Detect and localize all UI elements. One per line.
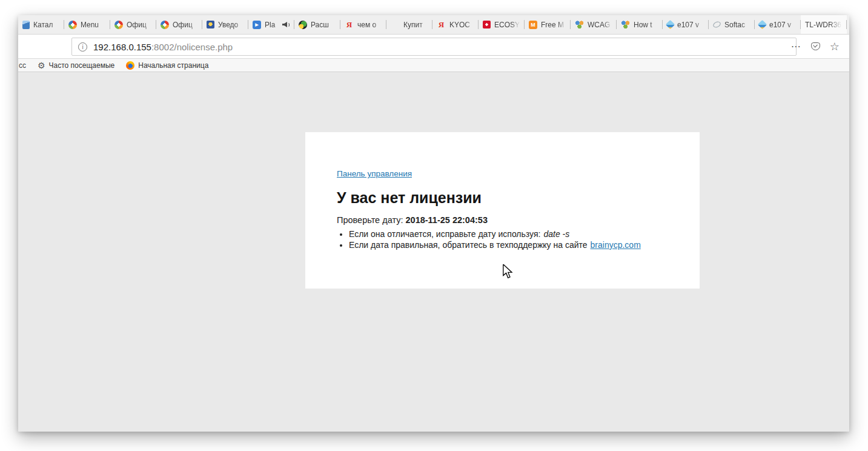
joomla-favicon-icon: [68, 21, 77, 29]
e107-favicon-icon: [666, 20, 675, 30]
tab-title: чем о: [357, 21, 382, 29]
audio-speaker-icon[interactable]: [282, 21, 290, 28]
browser-tab[interactable]: ▶ Pla: [248, 15, 294, 34]
tab-title: Free M: [541, 21, 566, 29]
bookmark-label: Начальная страница: [138, 61, 208, 70]
brainycp-link[interactable]: brainycp.com: [591, 240, 641, 250]
navigation-toolbar: 192.168.0.155:8002/nolicense.php ⋯ ☆: [18, 35, 849, 58]
tab-title: WCAG: [588, 21, 612, 29]
page-actions-icon[interactable]: ⋯: [791, 42, 801, 52]
badge-favicon-icon: [207, 21, 214, 28]
control-panel-link[interactable]: Панель управления: [337, 169, 412, 178]
hint-list: Если она отличается, исправьте дату испо…: [349, 229, 641, 250]
browser-tab[interactable]: Уведо: [202, 15, 248, 34]
browser-tab[interactable]: Я чем о: [340, 15, 386, 34]
gear-icon: [38, 61, 45, 70]
browser-tab[interactable]: e107 v: [663, 15, 709, 34]
tab-title: e107 v: [677, 21, 704, 29]
soft-favicon-icon: [712, 21, 722, 29]
bookmark-home-page[interactable]: Начальная страница: [126, 61, 208, 70]
page-viewport: Панель управления У вас нет лицензии Про…: [18, 72, 849, 432]
hand-favicon-icon: [391, 20, 400, 29]
e107-favicon-icon: [758, 20, 767, 30]
tab-title: Расш: [311, 21, 336, 29]
page-title: У вас нет лицензии: [337, 189, 482, 207]
check-date-line: Проверьте дату:2018-11-25 22:04:53: [337, 215, 488, 225]
bookmark-frequently-visited[interactable]: Часто посещаемые: [38, 61, 114, 70]
shell-command: date -s: [543, 229, 569, 239]
firefox-icon: [126, 61, 134, 70]
tab-title: Катал: [33, 21, 60, 29]
hint-item: Если дата правильная, обратитесь в техпо…: [349, 240, 641, 251]
doc-favicon-icon: [22, 21, 30, 29]
site-info-icon[interactable]: [78, 42, 87, 52]
kyocera-favicon-icon: [483, 21, 491, 28]
license-error-card: Панель управления У вас нет лицензии Про…: [305, 132, 700, 289]
browser-tab[interactable]: e107 v: [755, 15, 801, 34]
tab-title: TL-WDR36: [805, 21, 843, 29]
clipped-bookmark[interactable]: сс: [19, 61, 26, 70]
browser-tab[interactable]: Расш: [294, 15, 340, 34]
toolbar-buttons: ⋯ ☆: [791, 35, 840, 58]
browser-tab[interactable]: Офиц: [110, 15, 156, 34]
dark-favicon-icon: [299, 21, 307, 29]
browser-tab[interactable]: ECOSY: [479, 15, 525, 34]
browser-tab[interactable]: M Free M: [525, 15, 571, 34]
play-favicon-icon: ▶: [253, 21, 261, 29]
tab-title: Menu: [81, 21, 106, 29]
tab-title: Офиц: [173, 21, 198, 29]
browser-tab[interactable]: Menu: [64, 15, 110, 34]
browser-tab[interactable]: TL-WDR36: [801, 15, 847, 34]
bookmarks-bar: сс Часто посещаемые Начальная страница: [18, 58, 849, 72]
yandex-favicon-icon: Я: [437, 20, 446, 29]
tab-title: ECOSY: [494, 21, 520, 29]
url-text[interactable]: 192.168.0.155:8002/nolicense.php: [93, 42, 233, 52]
date-value: 2018-11-25 22:04:53: [406, 215, 488, 225]
circles-favicon-icon: [575, 20, 584, 29]
browser-tab[interactable]: How t: [617, 15, 663, 34]
circles-favicon-icon: [621, 20, 630, 29]
browser-tab[interactable]: Офиц: [156, 15, 202, 34]
tab-title: KYOC: [449, 21, 474, 29]
browser-tab[interactable]: Катал: [18, 15, 64, 34]
tab-title: e107 v: [769, 21, 797, 29]
joomla-favicon-icon: [161, 21, 169, 29]
tab-title: Pla: [265, 21, 279, 29]
browser-tab[interactable]: Я KYOC: [432, 15, 479, 34]
hint-item: Если она отличается, исправьте дату испо…: [349, 229, 641, 240]
tab-title: How t: [634, 21, 658, 29]
tab-title: Купит: [403, 21, 428, 29]
browser-tab[interactable]: Купит: [386, 15, 432, 34]
browser-window: Катал Menu Офиц Офиц Уведо ▶ Pla Расш Я …: [18, 15, 849, 432]
bookmark-label: Часто посещаемые: [49, 61, 115, 70]
joomla-favicon-icon: [114, 21, 123, 29]
yandex-favicon-icon: Я: [345, 20, 354, 29]
browser-tab[interactable]: WCAG: [571, 15, 617, 34]
address-bar[interactable]: 192.168.0.155:8002/nolicense.php: [71, 38, 797, 56]
pocket-icon[interactable]: [811, 42, 820, 50]
tab-title: Офиц: [127, 21, 152, 29]
tab-title: Softac: [724, 21, 750, 29]
tab-strip: Катал Menu Офиц Офиц Уведо ▶ Pla Расш Я …: [18, 15, 849, 35]
m-favicon-icon: M: [529, 21, 537, 29]
bookmark-star-icon[interactable]: ☆: [830, 41, 840, 52]
tab-title: Уведо: [218, 21, 244, 29]
browser-tab[interactable]: Softac: [709, 15, 755, 34]
